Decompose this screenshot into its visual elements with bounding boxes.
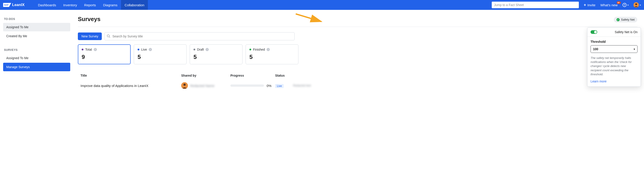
popover-body: Threshold 100 ▾ The safety net temporari…	[588, 37, 641, 86]
new-survey-button[interactable]: New Survey	[78, 33, 102, 40]
stat-value: 9	[82, 54, 127, 61]
nav-dashboards[interactable]: Dashboards	[34, 0, 60, 10]
sidebar-surveys-header: SURVEYS	[4, 48, 70, 52]
sidebar-todos-header: TO-DOS	[4, 18, 70, 21]
brand-name: LeanIX	[12, 3, 24, 7]
divider	[78, 27, 637, 27]
nav-collaboration[interactable]: Collaboration	[121, 0, 148, 10]
stat-card-total[interactable]: Total i 9	[78, 44, 131, 64]
table-row[interactable]: Improve data quality of Applications in …	[78, 79, 637, 92]
whats-new-label: What's new	[600, 3, 618, 7]
stat-card-live[interactable]: Live i 5	[134, 44, 186, 64]
progress-bar	[230, 84, 264, 87]
logo[interactable]: SAP LeanIX	[3, 3, 24, 7]
shared-by-name: Redacted Name	[190, 84, 214, 88]
avatar	[634, 2, 639, 8]
cell-progress: 0%	[230, 84, 275, 88]
popover-header: Safety Net is On	[588, 28, 641, 37]
cell-last: Redacted text	[293, 84, 634, 88]
sidebar: TO-DOS Assigned To Me Created By Me SURV…	[0, 10, 73, 97]
stat-dot-icon	[194, 49, 195, 50]
info-icon[interactable]: i	[267, 48, 270, 51]
main: TO-DOS Assigned To Me Created By Me SURV…	[0, 10, 644, 97]
safety-chip-label: Safety Net	[621, 18, 634, 21]
stat-dot-icon	[138, 49, 139, 50]
page-title: Surveys	[78, 16, 100, 23]
table-header: Title Shared by Progress Status	[78, 72, 637, 79]
stat-dot-icon	[250, 49, 251, 50]
stat-value: 5	[194, 54, 239, 61]
sidebar-item-assigned-to-me-surveys[interactable]: Assigned To Me	[3, 54, 70, 62]
col-header-progress[interactable]: Progress	[230, 74, 275, 77]
cell-shared-by: Redacted Name	[181, 82, 230, 89]
info-icon[interactable]: i	[149, 48, 152, 51]
search-icon	[107, 34, 110, 39]
nav-diagrams[interactable]: Diagrams	[100, 0, 121, 10]
invite-label: Invite	[588, 3, 596, 7]
col-header-status[interactable]: Status	[275, 74, 293, 77]
whats-new-badge: 9+	[617, 1, 621, 4]
topbar: SAP LeanIX Dashboards Inventory Reports …	[0, 0, 644, 10]
help-menu[interactable]: ? ▾	[622, 3, 628, 7]
help-icon: ?	[622, 3, 626, 7]
svg-line-5	[109, 37, 110, 38]
chevron-down-icon: ▾	[634, 48, 635, 51]
invite-link[interactable]: + Invite	[584, 3, 596, 8]
stat-label-text: Draft	[197, 48, 204, 51]
threshold-select[interactable]: 100 ▾	[590, 45, 638, 53]
stat-card-draft[interactable]: Draft i 5	[190, 44, 242, 64]
stat-label-text: Finished	[253, 48, 265, 51]
info-icon[interactable]: i	[94, 48, 97, 51]
check-circle-icon: ✓	[616, 18, 620, 21]
col-header-title[interactable]: Title	[80, 74, 181, 77]
action-row: New Survey	[78, 32, 637, 40]
survey-search-input[interactable]	[104, 32, 294, 40]
threshold-label: Threshold	[590, 40, 638, 44]
sidebar-item-manage-surveys[interactable]: Manage Surveys	[3, 63, 70, 71]
svg-text:SAP: SAP	[4, 4, 8, 6]
whats-new-link[interactable]: What's new 9+	[600, 3, 618, 7]
learn-more-link[interactable]: Learn more	[590, 80, 607, 83]
threshold-value: 100	[593, 47, 598, 51]
content: Surveys ✓ Safety Net New Survey Total	[73, 10, 644, 97]
stat-value: 5	[138, 54, 183, 61]
stat-card-finished[interactable]: Finished i 5	[246, 44, 298, 64]
nav-inventory[interactable]: Inventory	[60, 0, 81, 10]
svg-point-3	[635, 3, 637, 5]
stat-value: 5	[250, 54, 294, 61]
user-menu[interactable]: ▾	[634, 2, 641, 8]
svg-point-7	[184, 84, 186, 86]
safety-net-status: Safety Net is On	[615, 30, 638, 34]
col-header-shared[interactable]: Shared by	[181, 74, 230, 77]
avatar	[181, 82, 188, 89]
sap-logo-icon: SAP	[3, 3, 11, 7]
survey-search	[104, 32, 294, 40]
cell-title: Improve data quality of Applications in …	[80, 84, 181, 88]
chevron-down-icon: ▾	[640, 4, 641, 6]
progress-percent: 0%	[267, 84, 272, 88]
stat-label-text: Live	[141, 48, 147, 51]
cell-status: Live	[275, 84, 293, 88]
safety-net-popover: Safety Net is On Threshold 100 ▾ The saf…	[587, 27, 641, 87]
info-icon[interactable]: i	[206, 48, 209, 51]
nav-reports[interactable]: Reports	[80, 0, 100, 10]
jump-search-input[interactable]	[492, 2, 579, 8]
stat-cards: Total i 9 Live i 5 Draft i 5	[78, 44, 637, 64]
safety-net-toggle[interactable]	[590, 30, 597, 34]
nav-items: Dashboards Inventory Reports Diagrams Co…	[34, 0, 148, 10]
plus-icon: +	[584, 3, 586, 8]
stat-label-text: Total	[85, 48, 92, 51]
stat-dot-icon	[82, 49, 84, 50]
popover-description: The safety net temporarily halts notific…	[590, 56, 638, 76]
right-actions: + Invite What's new 9+ ? ▾ ▾	[584, 2, 641, 8]
status-pill: Live	[275, 84, 284, 88]
sidebar-item-assigned-to-me-todos[interactable]: Assigned To Me	[3, 23, 70, 31]
svg-point-4	[107, 35, 110, 37]
chevron-down-icon: ▾	[628, 4, 628, 6]
safety-net-chip[interactable]: ✓ Safety Net	[614, 17, 637, 22]
title-row: Surveys ✓ Safety Net	[78, 16, 637, 24]
sidebar-item-created-by-me[interactable]: Created By Me	[3, 32, 70, 40]
last-col-text: Redacted text	[293, 84, 634, 88]
